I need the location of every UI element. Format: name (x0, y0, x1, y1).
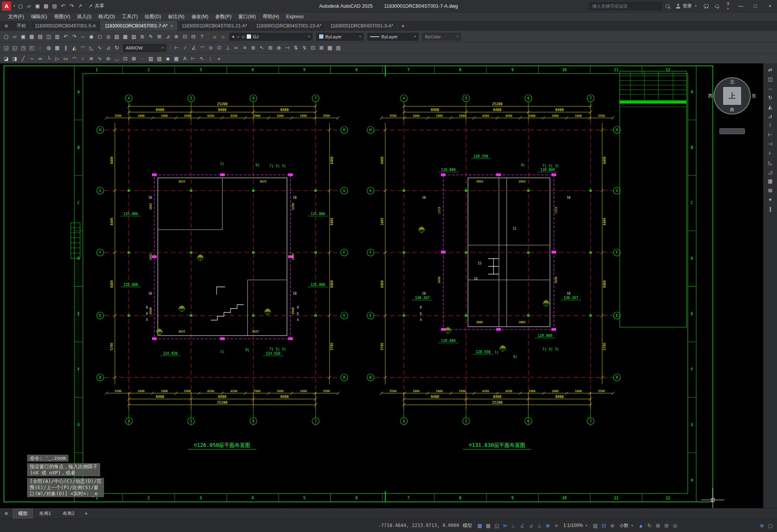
file-tab-2[interactable]: 11830001DRCB04ST001-7-A*× (101, 21, 178, 31)
qat-redo-icon[interactable]: ↷ (67, 2, 76, 10)
create-block-icon[interactable]: ⊠ (317, 44, 326, 52)
dim-radius-icon[interactable]: ⊙ (207, 44, 215, 52)
pan-icon[interactable]: ⇔ (79, 33, 87, 41)
insert-icon[interactable]: ⊡ (121, 55, 130, 62)
zoom-previous-icon[interactable]: ◎ (104, 33, 113, 41)
help-icon[interactable]: ? (198, 33, 206, 41)
match-properties-icon[interactable]: ⊕ (172, 33, 181, 41)
mirror-icon[interactable]: ◭ (70, 44, 79, 52)
extend-icon[interactable]: ⊢ (765, 130, 775, 139)
qat-plot-icon[interactable]: ▤ (50, 2, 59, 10)
viewcube-up-face[interactable]: 上 (723, 87, 741, 105)
dim-aligned-icon[interactable]: ∕ (181, 44, 190, 52)
rectangle-icon[interactable]: ▭ (61, 55, 70, 62)
layer-combo[interactable]: ● ☼ ◇ GJ ▾ (229, 33, 313, 41)
menu-item-2[interactable]: 视图(V) (51, 13, 74, 21)
viewcube-north-label[interactable]: 北 (714, 79, 750, 85)
line-icon[interactable]: ╱ (19, 55, 27, 62)
table2-icon[interactable]: ▦ (172, 55, 181, 62)
multiline-icon[interactable]: ═ (36, 55, 44, 62)
dim-linear-icon[interactable]: ⊢ (172, 44, 181, 52)
join-icon[interactable]: ⊦ (765, 149, 775, 157)
file-tab-3[interactable]: 11830001DRCB04ST001-21-A* (178, 21, 252, 31)
draworder-back-icon[interactable]: ◱ (10, 44, 19, 52)
dim-jogged-icon[interactable]: ↯ (300, 44, 309, 52)
make-block-icon[interactable]: ⊠ (130, 55, 138, 62)
osnap-icon[interactable]: ⊕ (544, 521, 552, 530)
region-icon[interactable]: ◙ (164, 55, 172, 62)
autoscale-icon[interactable]: ↻ (645, 521, 654, 530)
properties-icon[interactable]: ▨ (113, 33, 121, 41)
file-tab-5[interactable]: 11830001DRCB04ST001-3-A* (326, 21, 398, 31)
store-button[interactable] (701, 2, 711, 11)
dim-space-icon[interactable]: ⇅ (292, 44, 300, 52)
blend-icon[interactable]: ∿ (96, 44, 104, 52)
dynamic-input-icon[interactable]: ⊳ (501, 521, 510, 530)
table-icon[interactable]: ▦ (326, 44, 334, 52)
field-icon[interactable]: ▤ (334, 44, 343, 52)
snap-icon[interactable]: ▩ (484, 521, 493, 530)
annotation-visibility-icon[interactable]: ▲ (637, 521, 645, 530)
rotate-icon[interactable]: ↻ (113, 44, 121, 52)
draworder-above-icon[interactable]: ◳ (19, 44, 27, 52)
ellipse-icon[interactable]: ⊜ (104, 55, 113, 62)
menu-item-8[interactable]: 修改(M) (188, 13, 212, 21)
autocad-logo-icon[interactable]: A (2, 2, 11, 11)
menu-item-4[interactable]: 格式(O) (95, 13, 118, 21)
mtext-icon[interactable]: A (181, 55, 189, 62)
revcloud-icon[interactable]: ≋ (87, 55, 96, 62)
share-button[interactable]: ↗ 共享 (84, 2, 108, 10)
tab-close-icon[interactable]: × (170, 24, 172, 28)
customize-icon[interactable]: » (215, 55, 223, 62)
quick-calc-icon[interactable]: ⊞ (155, 33, 164, 41)
array-tool-icon[interactable]: ▦ (765, 177, 775, 185)
menu-item-10[interactable]: 窗口(W) (235, 13, 259, 21)
status-model-button[interactable]: 模型 (459, 521, 476, 530)
fillet-tool-icon[interactable]: ◿ (765, 167, 775, 176)
quick-properties-icon[interactable]: ⊞ (662, 521, 671, 530)
rotate-tool-icon[interactable]: ↻ (765, 93, 775, 102)
paste-icon[interactable]: ◪ (2, 55, 10, 62)
qnew-icon[interactable]: ▢ (2, 33, 10, 41)
qat-open-icon[interactable]: ▱ (25, 2, 33, 10)
selection-cycling-icon[interactable]: ⊡ (599, 521, 608, 530)
grid-icon[interactable]: ▦ (476, 521, 484, 530)
qat-undo-icon[interactable]: ↶ (59, 2, 67, 10)
new-layout-button[interactable]: + (81, 510, 92, 517)
layout-tab-0[interactable]: 模型 (13, 509, 33, 518)
hatch-icon[interactable]: ▨ (147, 55, 155, 62)
layout-menu-icon[interactable]: ≡ (5, 510, 8, 517)
dim-baseline-icon[interactable]: ≡ (241, 44, 249, 52)
help-button[interactable]: ? ▾ (723, 2, 733, 11)
qat-save-icon[interactable]: ▣ (33, 2, 42, 10)
viewcube-south-label[interactable]: 南 (714, 106, 750, 113)
offset-tool-icon[interactable]: ∥ (765, 205, 775, 213)
dim-diameter-icon[interactable]: ∅ (215, 44, 224, 52)
file-tab-4[interactable]: 11830001DRCB04ST001-23-A* (252, 21, 326, 31)
minimize-button[interactable]: — (734, 0, 748, 12)
polar-tracking-icon[interactable]: ∠ (518, 521, 527, 530)
notifications-button[interactable] (712, 2, 722, 11)
block-editor-icon[interactable]: ⊡ (181, 33, 189, 41)
stretch-icon[interactable]: ↔ (765, 84, 775, 92)
move-icon[interactable]: ⇄ (765, 65, 775, 74)
signin-button[interactable]: 登录 ▾ (673, 3, 700, 9)
ellipse-arc-icon[interactable]: ◡ (113, 55, 121, 62)
circle-icon[interactable]: ○ (79, 55, 87, 62)
file-tab-1[interactable]: 11830001DRCB04ST001-5-A (31, 21, 101, 31)
viewcube-context-menu[interactable] (719, 128, 745, 134)
dim-continue-icon[interactable]: ≣ (249, 44, 258, 52)
chamfer-icon[interactable]: ◺ (87, 44, 96, 52)
insert-block-icon[interactable]: ⊡ (309, 44, 317, 52)
menu-item-0[interactable]: 文件(F) (5, 13, 27, 21)
polyline-icon[interactable]: └ (44, 55, 53, 62)
close-button[interactable]: × (763, 0, 777, 12)
maximize-button[interactable]: □ (748, 0, 762, 12)
transparency-icon[interactable]: ▨ (591, 521, 599, 530)
linear-dim-icon[interactable]: ⊢ (189, 55, 198, 62)
sheet-set-icon[interactable]: ≣ (138, 33, 147, 41)
spline-icon[interactable]: ∿ (96, 55, 104, 62)
settings-gear-icon[interactable]: ⊛ (758, 521, 766, 530)
copy-clip-icon[interactable]: ◨ (10, 55, 19, 62)
publish-icon[interactable]: ▥ (53, 33, 61, 41)
